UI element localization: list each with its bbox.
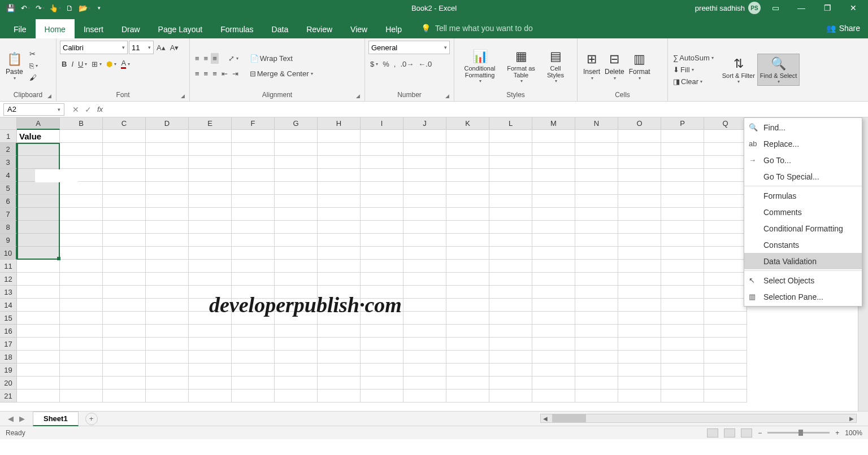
sheet-nav-next-icon[interactable]: ▶ — [19, 414, 25, 423]
cell[interactable] — [146, 208, 189, 221]
cell[interactable] — [189, 195, 232, 208]
cell[interactable] — [575, 130, 618, 143]
cut-icon[interactable]: ✂ — [28, 49, 40, 59]
cell[interactable] — [17, 312, 60, 325]
cell[interactable] — [575, 286, 618, 299]
cell[interactable] — [489, 247, 532, 260]
cell[interactable] — [446, 364, 489, 377]
cell[interactable] — [403, 312, 446, 325]
cell[interactable] — [60, 364, 103, 377]
cell[interactable] — [661, 208, 704, 221]
formula-input[interactable] — [111, 103, 868, 116]
cell[interactable] — [618, 377, 661, 390]
cell[interactable] — [189, 338, 232, 351]
cell[interactable] — [103, 312, 146, 325]
qat-customize-icon[interactable]: ▾ — [93, 2, 105, 14]
zoom-level[interactable]: 100% — [845, 429, 862, 437]
cell[interactable] — [146, 338, 189, 351]
decrease-font-icon[interactable]: A▾ — [168, 42, 181, 53]
cell[interactable] — [60, 390, 103, 403]
cell[interactable] — [403, 247, 446, 260]
cell[interactable] — [17, 208, 60, 221]
cell[interactable] — [146, 364, 189, 377]
cell[interactable] — [146, 247, 189, 260]
cell[interactable] — [361, 286, 403, 299]
cell[interactable] — [403, 325, 446, 338]
cell[interactable] — [361, 169, 403, 182]
cell[interactable] — [318, 390, 361, 403]
cell[interactable] — [275, 247, 318, 260]
cell[interactable] — [103, 325, 146, 338]
cell[interactable] — [361, 273, 403, 286]
row-header[interactable]: 21 — [0, 390, 17, 403]
cell[interactable] — [489, 312, 532, 325]
row-header[interactable]: 5 — [0, 182, 17, 195]
cell[interactable] — [103, 221, 146, 234]
sort-filter-button[interactable]: ⇅Sort & Filter▾ — [720, 54, 757, 85]
cell[interactable] — [575, 312, 618, 325]
row-header[interactable]: 18 — [0, 351, 17, 364]
tab-view[interactable]: View — [341, 19, 376, 38]
cell[interactable] — [446, 130, 489, 143]
cell[interactable] — [704, 260, 747, 273]
wrap-text-button[interactable]: 📄 Wrap Text — [248, 53, 315, 64]
cell[interactable] — [532, 364, 575, 377]
row-header[interactable]: 11 — [0, 260, 17, 273]
cell[interactable] — [361, 377, 403, 390]
cell[interactable] — [489, 182, 532, 195]
cell[interactable] — [60, 143, 103, 156]
cell[interactable] — [17, 299, 60, 312]
merge-center-button[interactable]: ⊟ Merge & Center ▾ — [248, 68, 315, 79]
cell[interactable] — [189, 260, 232, 273]
increase-decimal-icon[interactable]: .0→ — [398, 59, 415, 69]
row-header[interactable]: 4 — [0, 169, 17, 182]
cell[interactable] — [275, 273, 318, 286]
cell[interactable] — [704, 286, 747, 299]
cell[interactable] — [446, 312, 489, 325]
cell[interactable] — [17, 195, 60, 208]
cell[interactable] — [575, 364, 618, 377]
tab-formulas[interactable]: Formulas — [211, 19, 262, 38]
cell[interactable] — [489, 273, 532, 286]
column-header[interactable]: L — [489, 117, 532, 130]
cell[interactable] — [704, 273, 747, 286]
alignment-launcher-icon[interactable]: ◢ — [356, 93, 360, 99]
cell[interactable] — [232, 169, 275, 182]
cell[interactable] — [361, 195, 403, 208]
align-right-icon[interactable]: ≡ — [211, 68, 219, 79]
cell[interactable] — [403, 221, 446, 234]
row-header[interactable]: 1 — [0, 130, 17, 143]
cell[interactable] — [661, 182, 704, 195]
cell[interactable] — [446, 390, 489, 403]
cell[interactable] — [189, 247, 232, 260]
cell[interactable] — [318, 130, 361, 143]
cell[interactable] — [489, 221, 532, 234]
cell[interactable] — [661, 286, 704, 299]
cell[interactable] — [17, 247, 60, 260]
insert-cells-button[interactable]: ⊞Insert▾ — [581, 50, 602, 82]
align-bottom-icon[interactable]: ≡ — [211, 53, 219, 64]
cell[interactable] — [17, 182, 60, 195]
percent-format-icon[interactable]: % — [381, 59, 391, 69]
cell[interactable] — [60, 156, 103, 169]
cell[interactable] — [575, 169, 618, 182]
cell[interactable] — [403, 143, 446, 156]
column-header[interactable]: J — [403, 117, 446, 130]
cancel-formula-icon[interactable]: ✕ — [72, 105, 79, 114]
cell[interactable] — [575, 299, 618, 312]
column-header[interactable]: N — [575, 117, 618, 130]
cell[interactable] — [275, 260, 318, 273]
cell[interactable] — [661, 156, 704, 169]
cell[interactable] — [532, 377, 575, 390]
cell[interactable] — [275, 130, 318, 143]
cell[interactable] — [103, 247, 146, 260]
cell[interactable] — [232, 208, 275, 221]
align-top-icon[interactable]: ≡ — [193, 53, 201, 64]
cell[interactable] — [17, 221, 60, 234]
border-button[interactable]: ⊞▾ — [90, 59, 103, 69]
menu-find[interactable]: 🔍Find... — [744, 119, 862, 135]
cell[interactable] — [575, 260, 618, 273]
cell[interactable] — [232, 364, 275, 377]
cell[interactable] — [189, 325, 232, 338]
cell[interactable] — [60, 351, 103, 364]
